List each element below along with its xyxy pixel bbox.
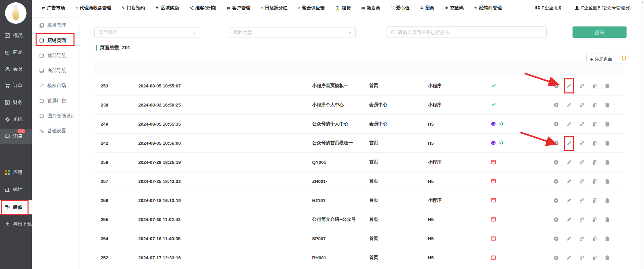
topnav-item[interactable]: ○ 日活跃分红 <box>261 5 288 11</box>
topnav-item[interactable]: ❖ 充值码 <box>445 5 463 11</box>
link-icon[interactable] <box>579 102 585 108</box>
flag-icon: ⚑ <box>155 6 159 10</box>
topnav-item[interactable]: ✎ 门店预约 <box>122 5 145 11</box>
edit-icon[interactable] <box>566 83 572 89</box>
submenu-item[interactable]: 底部导航 <box>32 63 80 78</box>
submenu-item[interactable]: 图片智能设计 <box>32 108 80 123</box>
preview-icon[interactable] <box>553 121 559 127</box>
topnav-item[interactable]: ✒ 经销商管理 <box>474 5 502 11</box>
row-page-name: H2101 <box>312 198 369 203</box>
edit-icon[interactable] <box>566 140 572 146</box>
submenu-item[interactable]: 模板市场 <box>32 78 80 93</box>
preview-icon[interactable] <box>553 102 559 108</box>
topnav-item[interactable]: ▤ 新店商 <box>361 5 380 11</box>
delete-icon[interactable] <box>604 198 610 203</box>
copy-icon[interactable] <box>592 179 597 184</box>
delete-icon[interactable] <box>604 83 610 89</box>
edit-icon[interactable] <box>566 179 572 184</box>
circle-icon: ○ <box>76 6 78 10</box>
edit-icon[interactable] <box>566 255 572 261</box>
link-icon[interactable] <box>579 140 585 146</box>
delete-icon[interactable] <box>604 102 610 108</box>
delete-icon[interactable] <box>604 140 610 146</box>
submenu-item[interactable]: 店铺页面 <box>32 33 80 48</box>
page-scene-select[interactable]: 页面场景 ∨ <box>94 27 200 38</box>
link-icon[interactable] <box>579 83 585 89</box>
alarm-bell-icon[interactable] <box>621 55 627 62</box>
copy-icon[interactable] <box>592 255 597 261</box>
link-icon[interactable] <box>579 217 585 222</box>
sidebar-item[interactable]: 消息 ... <box>0 129 32 144</box>
topnav-item[interactable]: ▤ 客户管理 <box>227 5 250 11</box>
preview-icon[interactable] <box>553 198 559 203</box>
edit-icon[interactable] <box>566 121 572 127</box>
submenu-item[interactable]: 模板管理 <box>32 18 80 33</box>
page-scrollbar[interactable]: ▲ <box>641 0 644 269</box>
sidebar-item[interactable]: 统计 <box>0 182 32 197</box>
delete-icon[interactable] <box>604 255 610 261</box>
sidebar-item[interactable]: 订单 <box>0 78 32 93</box>
sidebar-item[interactable]: 会员 <box>0 61 32 77</box>
preview-icon[interactable] <box>553 236 559 242</box>
search-button[interactable]: 搜索 <box>573 26 627 38</box>
submenu-item[interactable]: 顶部导航 <box>32 48 80 63</box>
delete-icon[interactable] <box>604 217 610 222</box>
topnav-item[interactable]: ○ 代理商收益管理 <box>76 5 111 11</box>
store-logo[interactable] <box>5 2 27 24</box>
submenu-item-label: 模板管理 <box>47 22 66 28</box>
preview-icon[interactable] <box>553 159 559 165</box>
sidebar-item[interactable]: 概况 <box>0 28 32 43</box>
topnav-item[interactable]: ⚑ 区域奖励 <box>155 5 179 11</box>
sidebar-item[interactable]: 导出下载 <box>0 216 32 232</box>
topnav-item[interactable]: ♡ 爱心值 <box>391 5 409 11</box>
sidebar-item[interactable]: 财务 <box>0 95 32 110</box>
submenu-item[interactable]: 首屏广告 <box>32 93 80 108</box>
topnav-item[interactable]: E企盈服务(公众号管理员) <box>574 5 631 11</box>
row-type-icons <box>491 102 551 108</box>
pages-table: 253 2024-08-05 10:55:07 小程序首页模板一 首页 小程序 <box>94 62 624 267</box>
edit-icon[interactable] <box>566 217 572 222</box>
link-icon[interactable] <box>579 198 585 203</box>
delete-icon[interactable] <box>604 121 610 127</box>
sidebar-item[interactable]: 系统 <box>0 112 32 127</box>
row-page-scene: 会员中心 <box>369 102 428 108</box>
edit-icon[interactable] <box>566 198 572 203</box>
link-icon[interactable] <box>579 179 585 184</box>
topnav-item[interactable]: ○ 聚合供应链 <box>298 5 325 11</box>
search-input[interactable] <box>398 29 543 35</box>
copy-icon[interactable] <box>592 140 597 146</box>
copy-icon[interactable] <box>592 236 597 242</box>
link-icon[interactable] <box>579 255 585 261</box>
delete-icon[interactable] <box>604 159 610 165</box>
delete-icon[interactable] <box>604 179 610 184</box>
sidebar-item[interactable]: 装修 <box>0 200 32 214</box>
edit-icon[interactable] <box>566 159 572 165</box>
sidebar-item[interactable]: 应用 <box>0 165 32 180</box>
copy-icon[interactable] <box>592 121 597 127</box>
preview-icon[interactable] <box>553 179 559 184</box>
edit-icon[interactable] <box>566 102 572 108</box>
copy-icon[interactable] <box>592 159 597 165</box>
delete-icon[interactable] <box>604 236 610 242</box>
link-icon[interactable] <box>579 121 585 127</box>
sidebar-item-label: 应用 <box>13 170 22 176</box>
preview-icon[interactable] <box>553 83 559 89</box>
preview-icon[interactable] <box>553 217 559 222</box>
copy-icon[interactable] <box>592 102 597 108</box>
sidebar-item[interactable]: 商品 <box>0 45 32 60</box>
topnav-item[interactable]: 推客(分销) <box>189 5 216 11</box>
link-icon[interactable] <box>579 159 585 165</box>
edit-icon[interactable] <box>566 236 572 242</box>
topnav-item[interactable]: ⌛ 租赁 <box>335 5 351 11</box>
preview-icon[interactable] <box>553 255 559 261</box>
copy-icon[interactable] <box>592 217 597 222</box>
topnav-item[interactable]: E企盈服务 <box>535 5 562 11</box>
preview-icon[interactable] <box>553 140 559 146</box>
link-icon[interactable] <box>579 236 585 242</box>
topnav-item[interactable]: ♻ 招商 <box>420 5 435 11</box>
copy-icon[interactable] <box>592 198 597 203</box>
submenu-item[interactable]: 基础设置 <box>32 123 80 138</box>
page-type-select[interactable]: 页面类型 ∨ <box>229 27 356 38</box>
copy-icon[interactable] <box>592 83 597 89</box>
topnav-item[interactable]: ⇄ 广告市场 <box>42 5 65 11</box>
